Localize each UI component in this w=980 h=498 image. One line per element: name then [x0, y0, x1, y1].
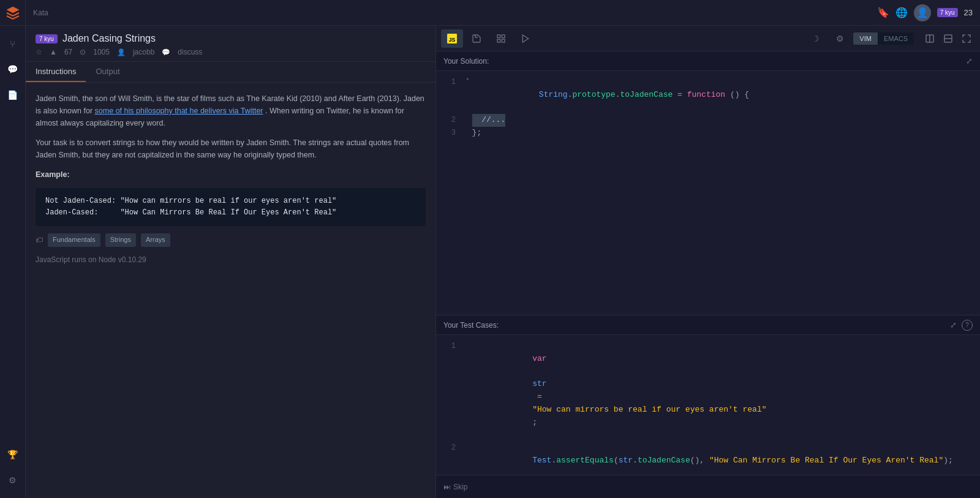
app-logo[interactable]	[0, 0, 26, 26]
tags-container: 🏷 Fundamentals Strings Arrays	[36, 233, 426, 247]
attempts-icon: ⊙	[80, 48, 86, 56]
editor-toolbar: JS ☽ ⚙	[436, 26, 980, 51]
sidebar: ⑂ 💬 📄 🏆 ⚙	[0, 0, 26, 498]
user-icon: 👤	[117, 48, 126, 56]
kyu-badge: 7 kyu	[36, 34, 58, 43]
content-area: 7 kyu Jaden Casing Strings ☆ ▲ 67 ⊙ 1005…	[26, 26, 980, 498]
test-icon-btn[interactable]	[466, 29, 488, 48]
discuss-icon: 💬	[162, 48, 170, 56]
svg-rect-5	[502, 39, 505, 42]
tab-instructions[interactable]: Instructions	[26, 62, 86, 82]
kata-nav-label: Kata	[33, 9, 48, 17]
svg-rect-2	[497, 35, 500, 38]
star-icon[interactable]: ☆	[36, 48, 42, 56]
test-line-1: 1 var str = "How can mirrors be real if …	[436, 340, 980, 442]
kyu-badge-nav: 7 kyu	[937, 8, 958, 17]
vote-count: 67	[64, 48, 72, 56]
tabs: Instructions Output	[26, 62, 435, 83]
attempts-count: 1005	[93, 48, 110, 56]
solution-section: Your Solution: ⤢ 1 * String.prototype.to…	[436, 51, 980, 315]
test-expand-btn[interactable]: ⤢	[950, 320, 957, 330]
settings-btn[interactable]: ⚙	[829, 29, 851, 48]
expand-layout-btn[interactable]	[958, 30, 975, 47]
bottom-bar: ⏭ Skip	[436, 475, 980, 498]
avatar[interactable]: 👤	[914, 4, 931, 21]
puzzle-icon-btn[interactable]	[490, 29, 512, 48]
topnav-right: 🔖 🌐 👤 7 kyu 23	[877, 4, 973, 21]
username-link[interactable]: jacobb	[133, 48, 154, 56]
sidebar-item-trophy[interactable]: 🏆	[0, 442, 26, 467]
tag-icon: 🏷	[36, 235, 43, 246]
globe-icon[interactable]: 🌐	[895, 7, 908, 18]
instructions-para2: Your task is to convert strings to how t…	[36, 137, 426, 161]
instructions-content: Jaden Smith, the son of Will Smith, is t…	[26, 83, 435, 498]
example-code: Not Jaden-Cased: "How can mirrors be rea…	[45, 197, 336, 217]
js-icon-btn[interactable]: JS	[441, 29, 463, 48]
moon-icon: ☽	[812, 34, 820, 43]
solution-editor[interactable]: 1 * String.prototype.toJadenCase = funct…	[436, 71, 980, 315]
sidebar-item-comments[interactable]: 💬	[0, 56, 26, 82]
discuss-link[interactable]: discuss	[178, 48, 202, 56]
instructions-para1: Jaden Smith, the son of Will Smith, is t…	[36, 92, 426, 129]
kata-header: 7 kyu Jaden Casing Strings ☆ ▲ 67 ⊙ 1005…	[26, 26, 435, 62]
split-layout-btn[interactable]	[921, 30, 938, 47]
emacs-btn[interactable]: EMACS	[878, 32, 914, 45]
test-title: Your Test Cases:	[443, 321, 499, 330]
sidebar-item-kata[interactable]: ⑂	[0, 31, 26, 56]
editor-layout-group	[921, 30, 975, 47]
list-layout-btn[interactable]	[940, 30, 957, 47]
right-panel: JS ☽ ⚙	[436, 26, 980, 498]
skip-icon: ⏭	[443, 483, 451, 491]
help-btn[interactable]: ?	[962, 320, 973, 331]
kata-title: Jaden Casing Strings	[62, 33, 156, 44]
solution-line-1: 1 * String.prototype.toJadenCase = funct…	[436, 76, 980, 114]
main-wrapper: Kata 🔖 🌐 👤 7 kyu 23 7 kyu Jaden Casing S…	[26, 0, 980, 498]
twitter-link[interactable]: some of his philosophy that he delivers …	[95, 107, 263, 115]
gear-icon: ⚙	[836, 34, 844, 43]
test-line-2: 2 Test.assertEquals(str.toJadenCase(), "…	[436, 442, 980, 475]
topnav: Kata 🔖 🌐 👤 7 kyu 23	[26, 0, 980, 26]
run-icon-btn[interactable]	[514, 29, 537, 48]
js-runtime: JavaScript runs on Node v0.10.29	[36, 254, 426, 266]
svg-rect-4	[497, 39, 500, 42]
kata-title-row: 7 kyu Jaden Casing Strings	[36, 33, 426, 44]
test-header: Your Test Cases: ⤢ ?	[436, 315, 980, 335]
svg-marker-6	[522, 35, 528, 42]
nav-count: 23	[964, 8, 973, 17]
vim-btn[interactable]: VIM	[853, 32, 878, 45]
example-label: Example:	[36, 168, 426, 181]
darkmode-btn[interactable]: ☽	[804, 29, 826, 48]
skip-label: Skip	[453, 483, 467, 491]
sidebar-item-document[interactable]: 📄	[0, 82, 26, 108]
test-section: Your Test Cases: ⤢ ? 1 var str =	[436, 315, 980, 475]
test-header-right: ⤢ ?	[950, 320, 973, 331]
solution-title: Your Solution:	[443, 57, 489, 66]
bookmark-icon[interactable]: 🔖	[877, 7, 889, 18]
example-code-block: Not Jaden-Cased: "How can mirrors be rea…	[36, 188, 426, 226]
skip-btn[interactable]: ⏭ Skip	[443, 483, 467, 491]
solution-header: Your Solution: ⤢	[436, 51, 980, 71]
tag-arrays[interactable]: Arrays	[141, 233, 170, 247]
tag-fundamentals[interactable]: Fundamentals	[48, 233, 100, 247]
editor-mode-group: VIM EMACS	[853, 32, 914, 45]
tag-strings[interactable]: Strings	[105, 233, 136, 247]
test-editor[interactable]: 1 var str = "How can mirrors be real if …	[436, 335, 980, 475]
vote-up-icon[interactable]: ▲	[50, 48, 57, 56]
left-panel: 7 kyu Jaden Casing Strings ☆ ▲ 67 ⊙ 1005…	[26, 26, 436, 498]
tab-output[interactable]: Output	[86, 62, 129, 82]
svg-text:JS: JS	[449, 36, 456, 42]
solution-expand-btn[interactable]: ⤢	[966, 56, 973, 66]
sidebar-item-settings[interactable]: ⚙	[0, 467, 26, 493]
solution-line-2: 2 * //...	[436, 114, 980, 127]
svg-rect-3	[502, 35, 505, 38]
kata-meta: ☆ ▲ 67 ⊙ 1005 👤 jacobb 💬 discuss	[36, 48, 426, 56]
solution-line-3: 3 * };	[436, 127, 980, 140]
